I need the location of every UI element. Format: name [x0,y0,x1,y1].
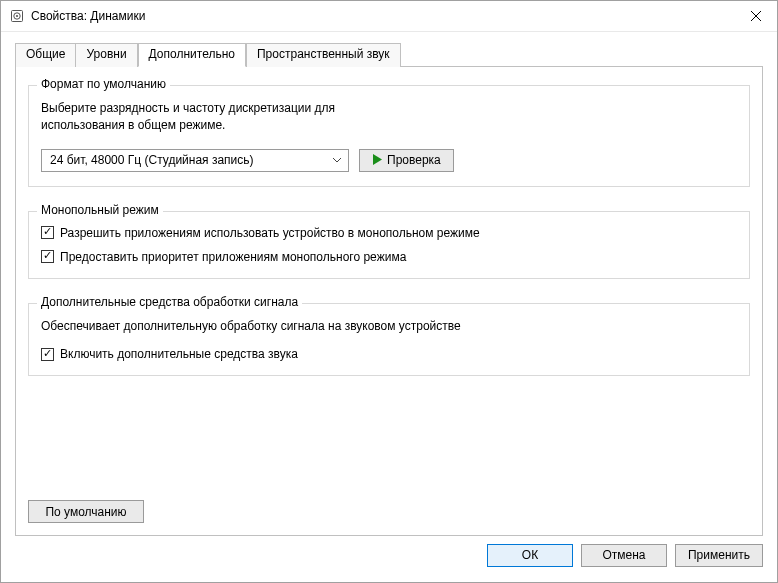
checkbox-enable-enhancements[interactable]: ✓ Включить дополнительные средства звука [41,347,737,361]
tab-panel-advanced: Формат по умолчанию Выберите разрядность… [15,66,763,536]
window-title: Свойства: Динамики [31,9,145,23]
check-icon: ✓ [43,348,52,359]
default-format-selected: 24 бит, 48000 Гц (Студийная запись) [50,153,254,167]
checkbox-allow-exclusive-label: Разрешить приложениям использовать устро… [60,226,480,240]
group-default-format-legend: Формат по умолчанию [37,77,170,91]
play-icon [372,154,383,167]
tab-levels[interactable]: Уровни [75,43,137,67]
group-signal-enhancements-legend: Дополнительные средства обработки сигнал… [37,295,302,309]
window: Свойства: Динамики Общие Уровни Дополнит… [0,0,778,583]
tab-advanced[interactable]: Дополнительно [138,43,246,67]
default-format-select[interactable]: 24 бит, 48000 Гц (Студийная запись) [41,149,349,172]
tab-spatial[interactable]: Пространственный звук [246,43,401,67]
tab-control: Общие Уровни Дополнительно Пространствен… [1,32,777,536]
dialog-button-bar: ОК Отмена Применить [1,536,777,574]
apply-button[interactable]: Применить [675,544,763,567]
group-exclusive-mode: Монопольный режим ✓ Разрешить приложения… [28,211,750,279]
checkbox-allow-exclusive[interactable]: ✓ Разрешить приложениям использовать уст… [41,226,737,240]
checkbox-exclusive-priority-label: Предоставить приоритет приложениям моноп… [60,250,406,264]
checkbox-exclusive-priority[interactable]: ✓ Предоставить приоритет приложениям мон… [41,250,737,264]
ok-button[interactable]: ОК [487,544,573,567]
close-button[interactable] [735,1,777,31]
cancel-button[interactable]: Отмена [581,544,667,567]
restore-defaults-button[interactable]: По умолчанию [28,500,144,523]
checkbox-enable-enhancements-label: Включить дополнительные средства звука [60,347,298,361]
test-button[interactable]: Проверка [359,149,454,172]
group-default-format: Формат по умолчанию Выберите разрядность… [28,85,750,187]
speaker-icon [9,8,25,24]
titlebar: Свойства: Динамики [1,1,777,32]
client-area: Общие Уровни Дополнительно Пространствен… [1,32,777,582]
svg-marker-5 [373,154,382,165]
checkbox-box: ✓ [41,348,54,361]
signal-enhancements-description: Обеспечивает дополнительную обработку си… [41,318,737,335]
check-icon: ✓ [43,250,52,261]
checkbox-box: ✓ [41,226,54,239]
tab-bar: Общие Уровни Дополнительно Пространствен… [15,42,763,66]
default-format-description: Выберите разрядность и частоту дискретиз… [41,100,737,135]
svg-point-2 [16,15,18,17]
group-signal-enhancements: Дополнительные средства обработки сигнал… [28,303,750,376]
close-icon [751,9,761,23]
group-exclusive-mode-legend: Монопольный режим [37,203,163,217]
checkbox-box: ✓ [41,250,54,263]
check-icon: ✓ [43,226,52,237]
chevron-down-icon [330,157,344,163]
tab-general[interactable]: Общие [15,43,75,67]
